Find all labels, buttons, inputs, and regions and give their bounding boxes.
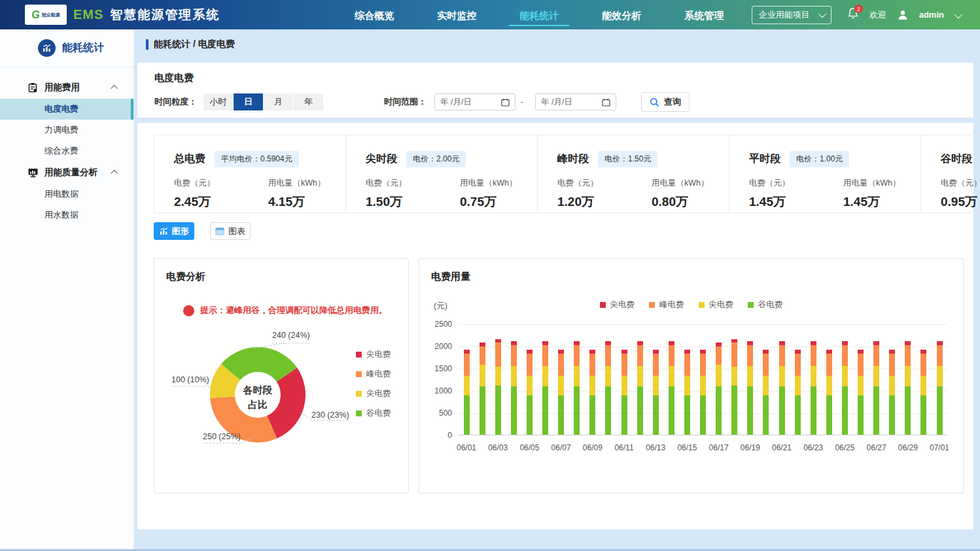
bar-segment-谷电费 — [527, 395, 533, 435]
sidebar-item-综合水费[interactable]: 综合水费 — [0, 141, 133, 161]
fee-analysis-panel: 电费分析 ! 提示：避峰用谷，合理调配可以降低总用电费用。 各时段 占比 240… — [154, 258, 409, 493]
bar-06/12[interactable] — [637, 341, 643, 435]
bar-06/22[interactable] — [795, 350, 801, 435]
date-start-input[interactable]: 年 /月/日 — [434, 93, 516, 110]
granularity-option-日[interactable]: 日 — [234, 93, 264, 110]
bar-06/25[interactable] — [842, 341, 848, 435]
graph-view-button[interactable]: 图形 — [154, 222, 194, 240]
bar-segment-谷电费 — [700, 395, 706, 435]
bar-06/02[interactable] — [480, 342, 485, 435]
bar-segment-峰电费 — [669, 345, 674, 366]
legend-item-尖电费[interactable]: 尖电费 — [699, 299, 734, 310]
sidebar-item-用水数据[interactable]: 用水数据 — [0, 205, 133, 225]
project-select-dropdown[interactable]: 企业用能项目 — [752, 6, 831, 24]
legend-label: 尖电费 — [366, 388, 391, 399]
bar-06/13[interactable] — [653, 350, 659, 435]
sidebar-item-电度电费[interactable]: 电度电费 — [0, 99, 133, 120]
nav-item-综合概览[interactable]: 综合概览 — [352, 3, 396, 27]
legend-item-峰电费[interactable]: 峰电费 — [649, 299, 684, 310]
bar-segment-尖电费 — [700, 376, 706, 395]
bar-06/04[interactable] — [511, 341, 517, 435]
legend-item-谷电费[interactable]: 谷电费 — [748, 299, 783, 310]
bar-segment-尖电费 — [589, 350, 595, 354]
sidebar-group-用能质量分析[interactable]: 用能质量分析 — [0, 161, 133, 184]
bar-06/06[interactable] — [542, 341, 548, 435]
search-button[interactable]: 查询 — [641, 92, 690, 112]
nav-item-系统管理[interactable]: 系统管理 — [682, 3, 726, 27]
granularity-option-年[interactable]: 年 — [294, 93, 324, 110]
bar-06/20[interactable] — [763, 350, 769, 435]
bar-segment-峰电费 — [889, 354, 895, 376]
legend-item-尖电费[interactable]: 尖电费 — [356, 388, 391, 399]
bar-06/23[interactable] — [811, 341, 816, 435]
bar-06/03[interactable] — [495, 339, 501, 435]
bar-06/08[interactable] — [574, 341, 580, 435]
bar-06/27[interactable] — [873, 341, 879, 435]
granularity-option-月[interactable]: 月 — [264, 93, 294, 110]
bar-segment-尖电费 — [637, 366, 643, 386]
nav-item-能耗统计[interactable]: 能耗统计 — [517, 3, 561, 27]
bar-06/11[interactable] — [621, 350, 627, 435]
bar-segment-尖电费 — [763, 350, 769, 354]
bar-06/21[interactable] — [779, 341, 785, 435]
y-tick-label: 2000 — [421, 342, 452, 351]
monitor-icon — [26, 167, 39, 178]
bar-segment-峰电费 — [558, 354, 564, 376]
pie-panel-title: 电费分析 — [166, 271, 205, 283]
filter-panel: 电度电费 时间粒度： 小时日月年 时间范围： 年 /月/日 - 年 /月/日 — [137, 63, 973, 118]
fee-value: 2.45万 — [174, 193, 251, 210]
bar-06/18[interactable] — [731, 339, 737, 435]
nav-item-实时监控[interactable]: 实时监控 — [434, 3, 479, 27]
notification-badge: 2 — [854, 5, 863, 13]
bar-06/30[interactable] — [920, 350, 926, 435]
bar-06/14[interactable] — [669, 341, 674, 435]
price-badge: 平均电价：0.5904元 — [215, 151, 299, 167]
legend-item-尖电费[interactable]: 尖电费 — [600, 299, 635, 310]
bar-06/28[interactable] — [889, 350, 895, 435]
bar-segment-谷电费 — [637, 386, 643, 435]
x-tick-label: 06/13 — [641, 443, 670, 452]
x-tick-label: 06/27 — [862, 443, 891, 452]
legend-label: 尖电费 — [366, 349, 391, 360]
bar-06/15[interactable] — [684, 350, 690, 435]
fee-label: 电费（元） — [366, 178, 443, 189]
bar-06/29[interactable] — [905, 341, 911, 435]
bar-06/05[interactable] — [527, 350, 533, 435]
bar-06/24[interactable] — [826, 350, 832, 435]
user-menu-toggle[interactable] — [954, 9, 960, 21]
bar-segment-尖电费 — [716, 342, 722, 347]
date-end-input[interactable]: 年 /月/日 — [535, 93, 616, 110]
nav-item-能效分析[interactable]: 能效分析 — [599, 3, 644, 27]
y-tick-label: 2500 — [421, 320, 452, 329]
notification-button[interactable]: 2 — [847, 7, 859, 22]
x-tick-label: 06/17 — [705, 443, 733, 452]
bar-06/26[interactable] — [858, 350, 864, 435]
user-icon — [897, 9, 909, 21]
bar-segment-尖电费 — [684, 376, 690, 395]
legend-item-谷电费[interactable]: 谷电费 — [356, 408, 391, 419]
filter-title: 电度电费 — [154, 72, 956, 84]
bar-06/10[interactable] — [605, 341, 611, 435]
bar-segment-谷电费 — [542, 386, 548, 435]
bar-06/16[interactable] — [700, 350, 706, 435]
bar-07/01[interactable] — [937, 341, 943, 435]
bar-06/09[interactable] — [589, 350, 595, 435]
clipboard-icon — [26, 82, 39, 93]
bar-06/19[interactable] — [747, 341, 753, 435]
legend-item-峰电费[interactable]: 峰电费 — [356, 369, 391, 380]
sidebar-item-力调电费[interactable]: 力调电费 — [0, 120, 133, 141]
sidebar-group-用能费用[interactable]: 用能费用 — [0, 76, 133, 99]
usage-value: 0.80万 — [652, 193, 729, 210]
bar-segment-尖电费 — [653, 376, 659, 395]
stat-card-title: 平时段 — [749, 152, 780, 166]
table-view-button[interactable]: 图表 — [210, 222, 251, 240]
bar-06/07[interactable] — [558, 350, 564, 435]
bar-segment-峰电费 — [495, 342, 501, 367]
granularity-option-小时[interactable]: 小时 — [203, 93, 234, 110]
bar-segment-尖电费 — [558, 350, 564, 354]
bar-06/01[interactable] — [464, 350, 470, 435]
legend-item-尖电费[interactable]: 尖电费 — [356, 349, 391, 360]
bar-06/17[interactable] — [716, 342, 722, 435]
sidebar-item-用电数据[interactable]: 用电数据 — [0, 184, 133, 205]
gridline — [459, 324, 947, 325]
